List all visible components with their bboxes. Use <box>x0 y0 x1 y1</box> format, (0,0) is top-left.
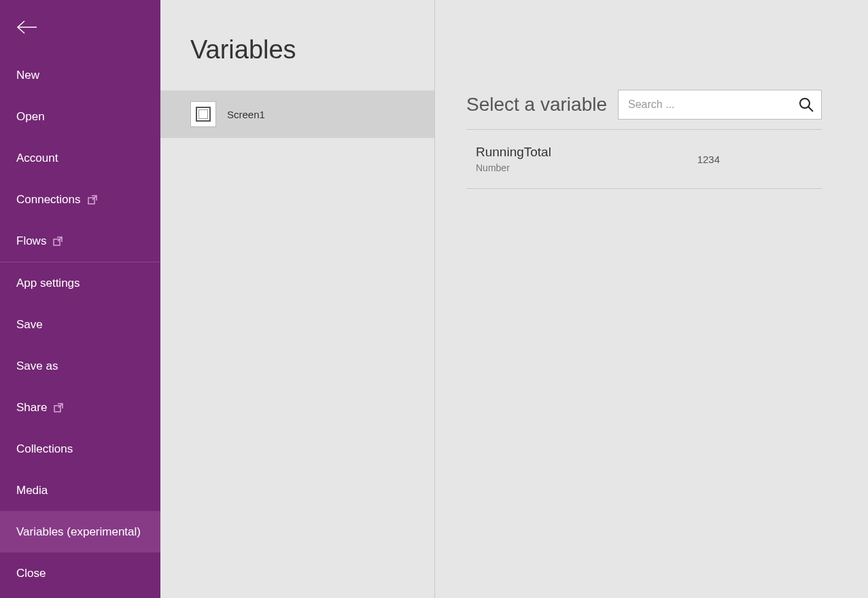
right-header: Select a variable <box>466 90 822 130</box>
select-variable-label: Select a variable <box>466 94 607 116</box>
sidebar-item-save-as[interactable]: Save as <box>0 345 160 387</box>
screen-label: Screen1 <box>227 109 265 120</box>
variable-row[interactable]: RunningTotal Number 1234 <box>466 130 822 189</box>
right-pane: Select a variable RunningTotal Number 12… <box>435 0 868 598</box>
sidebar-item-share[interactable]: Share <box>0 387 160 428</box>
sidebar-item-label: Variables (experimental) <box>16 525 141 539</box>
sidebar-item-label: Connections <box>16 193 81 207</box>
svg-line-8 <box>808 107 813 111</box>
sidebar-item-collections[interactable]: Collections <box>0 428 160 470</box>
sidebar-item-label: Save <box>16 318 43 332</box>
search-input[interactable] <box>628 99 798 111</box>
sidebar-item-label: Flows <box>16 234 46 248</box>
middle-pane: Variables Screen1 <box>160 0 435 598</box>
sidebar-item-connections[interactable]: Connections <box>0 179 160 220</box>
external-link-icon <box>53 236 63 246</box>
sidebar-item-label: Open <box>16 110 45 124</box>
sidebar: New Open Account Connections Flows App s… <box>0 0 160 598</box>
sidebar-item-label: Account <box>16 152 58 165</box>
sidebar-item-media[interactable]: Media <box>0 470 160 511</box>
sidebar-item-account[interactable]: Account <box>0 137 160 179</box>
sidebar-item-save[interactable]: Save <box>0 304 160 345</box>
sidebar-item-variables[interactable]: Variables (experimental) <box>0 511 160 552</box>
sidebar-item-open[interactable]: Open <box>0 96 160 137</box>
variable-value: 1234 <box>697 154 720 165</box>
sidebar-item-label: Collections <box>16 442 73 456</box>
sidebar-item-new[interactable]: New <box>0 54 160 96</box>
sidebar-item-label: Save as <box>16 359 58 373</box>
screen-list-item[interactable]: Screen1 <box>160 90 434 138</box>
back-button[interactable] <box>0 0 160 54</box>
sidebar-item-label: Share <box>16 401 47 415</box>
sidebar-item-label: Close <box>16 567 46 580</box>
sidebar-item-label: New <box>16 69 39 82</box>
sidebar-item-label: Media <box>16 484 48 497</box>
page-title: Variables <box>160 0 434 90</box>
sidebar-item-app-settings[interactable]: App settings <box>0 262 160 304</box>
sidebar-item-flows[interactable]: Flows <box>0 220 160 262</box>
search-box[interactable] <box>618 90 822 120</box>
svg-point-7 <box>800 99 810 108</box>
variable-info: RunningTotal Number <box>476 145 551 173</box>
back-arrow-icon <box>16 20 38 35</box>
sidebar-item-label: App settings <box>16 277 80 290</box>
variable-name: RunningTotal <box>476 145 551 160</box>
screen-icon <box>190 101 216 127</box>
external-link-icon <box>88 195 97 205</box>
search-icon <box>798 96 814 113</box>
external-link-icon <box>54 403 63 412</box>
sidebar-item-close[interactable]: Close <box>0 552 160 594</box>
variable-type: Number <box>476 162 551 173</box>
